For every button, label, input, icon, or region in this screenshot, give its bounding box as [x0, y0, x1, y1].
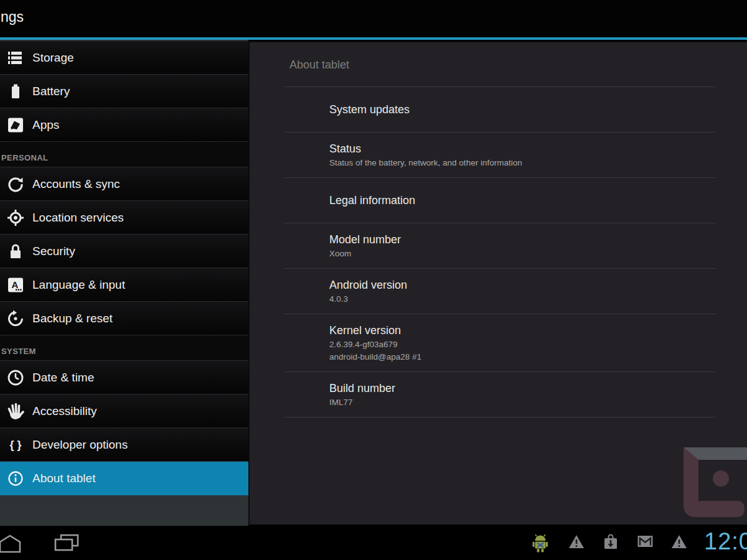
system-navigation-bar: 12:0 — [0, 526, 747, 560]
sidebar-item-about-tablet[interactable]: About tablet — [0, 462, 248, 495]
sidebar-item-battery[interactable]: Battery — [0, 75, 248, 108]
pref-status[interactable]: Status Status of the battery, network, a… — [250, 133, 747, 177]
sidebar-section-personal: PERSONAL — [0, 142, 248, 167]
svg-text:A: A — [12, 279, 19, 289]
sidebar-item-label: Developer options — [32, 438, 128, 452]
storage-icon — [5, 47, 26, 68]
about-tablet-panel: About tablet System updates Status Statu… — [248, 41, 747, 525]
pref-subtitle: android-build@apa28 #1 — [329, 351, 747, 363]
pref-title: System updates — [329, 101, 747, 118]
settings-sidebar: Storage Battery — [0, 40, 248, 526]
pref-title: Model number — [329, 231, 747, 248]
recents-icon[interactable] — [54, 533, 81, 556]
pref-subtitle: 2.6.39.4-gf03a679 — [329, 338, 747, 351]
pref-title: Legal information — [329, 192, 747, 208]
sidebar-item-label: Date & time — [32, 371, 94, 385]
pref-build-number[interactable]: Build number IML77 — [250, 372, 747, 417]
info-icon — [5, 468, 26, 489]
sidebar-item-label: Accessibility — [32, 404, 96, 418]
sidebar-item-security[interactable]: Security — [0, 235, 248, 268]
pref-model-number[interactable]: Model number Xoom — [250, 223, 747, 268]
sidebar-item-label: Backup & reset — [32, 312, 113, 325]
sidebar-item-location[interactable]: Location services — [0, 201, 248, 235]
sidebar-item-language-input[interactable]: A Language & input — [0, 268, 248, 302]
content-area: Storage Battery — [0, 40, 747, 526]
pref-title: Android version — [329, 277, 747, 293]
sidebar-item-storage[interactable]: Storage — [0, 41, 248, 75]
sync-icon — [5, 174, 26, 195]
divider — [284, 417, 716, 418]
gmail-icon — [637, 534, 654, 551]
apps-icon — [5, 114, 26, 136]
sidebar-item-label: Language & input — [32, 278, 125, 292]
pref-title: Build number — [329, 380, 747, 396]
svg-text:{ }: { } — [9, 439, 21, 451]
panel-title: About tablet — [250, 42, 747, 86]
warning-icon — [671, 534, 687, 553]
sidebar-item-apps[interactable]: Apps — [0, 108, 248, 142]
battery-icon — [5, 81, 26, 102]
braces-icon: { } — [5, 434, 26, 455]
pref-title: Status — [329, 141, 747, 157]
pref-kernel-version[interactable]: Kernel version 2.6.39.4-gf03a679 android… — [250, 314, 747, 371]
action-bar: ngs — [0, 0, 747, 37]
pref-subtitle: 4.0.3 — [329, 293, 747, 306]
sidebar-item-label: Security — [32, 245, 75, 258]
sidebar-item-accessibility[interactable]: Accessibility — [0, 394, 248, 428]
lock-icon — [5, 241, 26, 262]
status-clock: 12:0 — [704, 528, 747, 555]
pref-system-updates[interactable]: System updates — [250, 87, 747, 132]
sidebar-section-system: SYSTEM — [0, 335, 248, 361]
sidebar-item-label: Location services — [32, 211, 124, 225]
pref-android-version[interactable]: Android version 4.0.3 — [250, 269, 747, 314]
sidebar-item-label: Apps — [32, 118, 59, 132]
usb-download-icon — [603, 534, 619, 554]
sidebar-item-date-time[interactable]: Date & time — [0, 361, 248, 394]
backup-icon — [5, 308, 26, 329]
hand-icon — [5, 401, 26, 422]
sidebar-item-label: Battery — [32, 85, 70, 98]
pref-subtitle: IML77 — [329, 396, 747, 409]
sidebar-item-developer-options[interactable]: { } Developer options — [0, 428, 248, 462]
warning-icon — [568, 534, 585, 553]
home-icon[interactable] — [0, 533, 25, 556]
pref-subtitle: Xoom — [329, 248, 747, 260]
pref-subtitle: Status of the battery, network, and othe… — [329, 157, 747, 169]
pref-title: Kernel version — [329, 322, 747, 338]
sidebar-item-backup-reset[interactable]: Backup & reset — [0, 302, 248, 335]
sidebar-item-label: Accounts & sync — [32, 177, 120, 191]
clock-icon — [5, 367, 26, 388]
location-icon — [5, 207, 26, 228]
status-tray[interactable]: 12:0 — [529, 526, 747, 560]
sidebar-item-label: About tablet — [32, 472, 95, 485]
pref-legal-information[interactable]: Legal information — [250, 178, 747, 223]
sidebar-item-label: Storage — [32, 51, 74, 65]
page-title: ngs — [1, 9, 24, 26]
sidebar-item-accounts-sync[interactable]: Accounts & sync — [0, 167, 248, 201]
language-icon: A — [5, 274, 26, 296]
android-robot-icon — [532, 534, 548, 555]
